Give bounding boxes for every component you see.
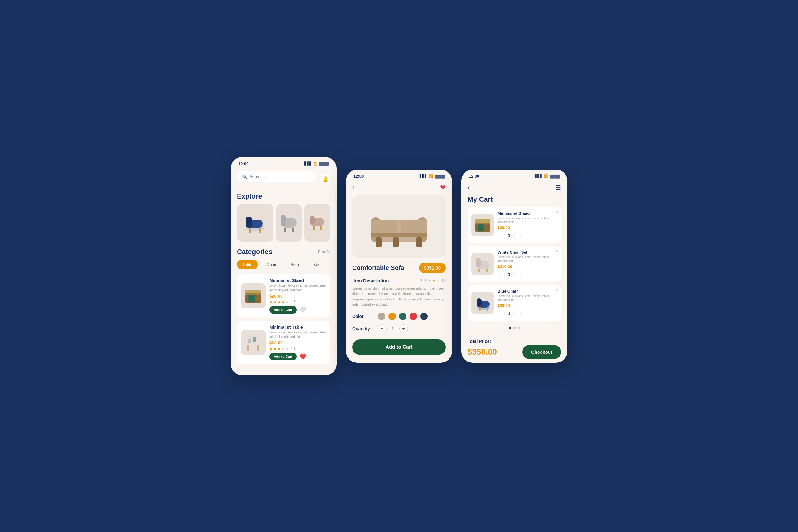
cart-item-desc-1: Lorem ipsum dolor sit amet, consectetuer…	[497, 216, 557, 224]
cart-item-3: Blue Chair Lorem ipsum dolor sit amet, c…	[468, 285, 561, 321]
svg-rect-6	[281, 215, 286, 226]
add-to-cart-btn-1[interactable]: Add to Cart	[269, 306, 297, 314]
cart-qty-increase-1[interactable]: +	[513, 232, 521, 239]
svg-rect-37	[476, 258, 481, 267]
time-1: 12:00	[238, 162, 248, 166]
add-to-cart-big-btn[interactable]: Add to Cart	[352, 339, 446, 355]
total-price: $350.00	[468, 347, 497, 357]
total-row: $350.00 Checkout	[468, 345, 561, 359]
svg-rect-29	[416, 238, 422, 247]
product-hero-image	[352, 195, 446, 258]
cart-item-info-2: White Chair Set Lorem ipsum dolor sit am…	[497, 250, 557, 278]
hero-img-chair-blue[interactable]	[237, 204, 273, 242]
cart-item-price-2: $310.00	[497, 264, 557, 269]
star-3: ★	[278, 300, 281, 304]
cart-qty-1: − 1 +	[497, 232, 557, 239]
remove-item-2[interactable]: ×	[556, 249, 558, 254]
cart-qty-num-1: 1	[508, 233, 510, 238]
cart-back-btn[interactable]: ‹	[468, 184, 470, 192]
star-p2-4: ★	[282, 346, 285, 351]
desc-stars: ★ ★ ★ ★ ★ 4.3	[420, 278, 446, 283]
svg-rect-14	[248, 295, 255, 302]
desc-title: Item Description	[352, 278, 389, 283]
color-beige[interactable]	[378, 312, 385, 320]
screens-container: 12:00 ▋▋▋ 📶 ▓▓▓▓ 🔍 🔔 Explore	[231, 157, 567, 375]
color-navy[interactable]	[420, 312, 428, 320]
category-tabs: Table Chair Sofa Bed	[237, 260, 330, 269]
star-5: ★	[286, 300, 289, 304]
color-orange[interactable]	[388, 312, 396, 320]
color-label: Color	[352, 314, 374, 319]
cart-qty-decrease-1[interactable]: −	[497, 232, 505, 239]
cart-qty-num-3: 1	[508, 311, 510, 316]
wifi-icon-1: 📶	[313, 162, 318, 166]
tab-table[interactable]: Table	[237, 260, 258, 269]
see-all-btn[interactable]: See All	[318, 249, 330, 254]
back-btn[interactable]: ‹	[352, 184, 355, 192]
notification-bell[interactable]: 🔔	[320, 174, 330, 184]
star-p2-5: ★	[286, 346, 289, 351]
remove-item-1[interactable]: ×	[556, 210, 558, 215]
star-p2-1: ★	[269, 346, 273, 351]
checkout-btn[interactable]: Checkout	[522, 345, 561, 359]
cart-item-price-3: $20.00	[497, 303, 557, 308]
svg-rect-12	[320, 226, 322, 230]
hero-img-chair-gray[interactable]	[276, 204, 302, 242]
qty-decrease-btn[interactable]: −	[378, 324, 386, 333]
tab-chair[interactable]: Chair	[261, 260, 282, 269]
svg-rect-28	[393, 238, 399, 247]
wishlist-btn-1[interactable]: 🤍	[299, 306, 306, 313]
cart-qty-decrease-3[interactable]: −	[497, 310, 505, 317]
svg-rect-39	[486, 269, 488, 272]
hamburger-menu[interactable]: ☰	[555, 184, 561, 191]
cart-thumb-2	[471, 253, 494, 275]
cart-screen: 12:00 ▋▋▋ 📶 ▓▓▓▓ ‹ ☰ My Cart	[461, 170, 567, 363]
tab-bed[interactable]: Bed	[308, 260, 326, 269]
star-2: ★	[273, 300, 277, 304]
svg-rect-7	[284, 228, 286, 232]
remove-item-3[interactable]: ×	[556, 288, 558, 293]
dot-2	[513, 327, 516, 329]
svg-rect-33	[478, 224, 484, 231]
cart-thumb-3	[471, 292, 494, 314]
battery-icon-1: ▓▓▓▓	[319, 162, 329, 166]
card-actions-2: Add to Cart ❤️	[269, 353, 327, 360]
star-4: ★	[282, 300, 285, 304]
cart-qty-3: − 1 +	[497, 310, 557, 317]
product-info-1: Minimalist Stand Lorem ipsum dolor sit a…	[269, 278, 327, 314]
cart-item-info-1: Minimalist Stand Lorem ipsum dolor sit a…	[497, 211, 557, 239]
search-input[interactable]	[250, 174, 311, 179]
desc-rating: 4.3	[441, 279, 446, 282]
tab-sofa[interactable]: Sofa	[285, 260, 305, 269]
status-icons-2: ▋▋▋ 📶 ▓▓▓▓	[420, 174, 444, 178]
cart-chair-white-svg	[474, 255, 491, 273]
status-bar-2: 12:00 ▋▋▋ 📶 ▓▓▓▓	[346, 170, 452, 181]
card-actions-1: Add to Cart 🤍	[269, 306, 327, 314]
star-p2-2: ★	[273, 346, 277, 351]
color-green[interactable]	[399, 312, 406, 320]
svg-rect-11	[313, 226, 315, 230]
hero-img-chair-small[interactable]	[304, 204, 330, 242]
svg-rect-26	[371, 233, 427, 238]
battery-icon-3: ▓▓▓▓	[550, 174, 560, 178]
cart-blue-chair-svg	[474, 294, 491, 312]
svg-rect-44	[487, 307, 489, 311]
product-thumb-1	[241, 283, 266, 308]
color-red[interactable]	[410, 312, 417, 320]
favorite-btn[interactable]: ❤	[440, 184, 446, 192]
qty-increase-btn[interactable]: +	[399, 324, 408, 333]
wishlist-btn-2[interactable]: ❤️	[299, 353, 306, 360]
star-p2-3: ★	[278, 346, 281, 351]
cart-qty-decrease-2[interactable]: −	[497, 271, 505, 278]
status-icons-1: ▋▋▋ 📶 ▓▓▓▓	[304, 162, 329, 166]
cart-item-price-1: $20.00	[497, 225, 557, 230]
add-to-cart-btn-2[interactable]: Add to Cart	[269, 353, 297, 360]
cart-qty-increase-2[interactable]: +	[513, 271, 521, 278]
product-stars-1: ★ ★ ★ ★ ★ 4.3	[269, 300, 327, 304]
search-bar[interactable]: 🔍	[237, 171, 316, 182]
svg-rect-27	[376, 238, 382, 247]
cart-item-1: Minimalist Stand Lorem ipsum dolor sit a…	[468, 207, 561, 243]
cart-qty-increase-3[interactable]: +	[513, 310, 521, 317]
detail-nav: ‹ ❤	[346, 181, 452, 195]
status-bar-3: 12:00 ▋▋▋ 📶 ▓▓▓▓	[461, 170, 567, 181]
